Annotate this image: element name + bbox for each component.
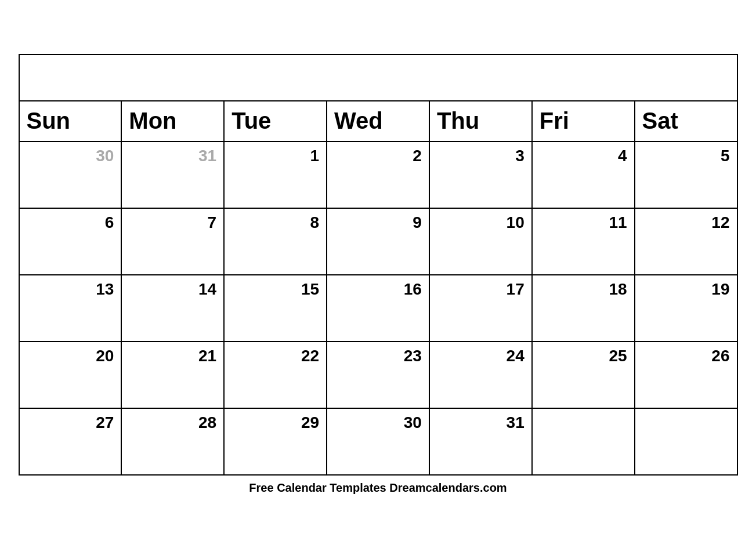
day-number: 11: [540, 213, 627, 232]
day-number: 23: [334, 347, 422, 365]
day-cell-w1-d6[interactable]: 4: [532, 141, 635, 208]
header-sat: Sat: [635, 101, 737, 141]
day-number: 14: [129, 280, 216, 299]
day-number: 30: [334, 413, 422, 432]
week-row-4: 20212223242526: [19, 342, 737, 408]
day-number: 15: [231, 280, 319, 299]
day-number: 13: [27, 280, 114, 299]
day-cell-w3-d3[interactable]: 15: [224, 275, 327, 342]
day-cell-w2-d1[interactable]: 6: [19, 208, 122, 275]
header-mon: Mon: [121, 101, 224, 141]
day-cell-w5-d2[interactable]: 28: [121, 408, 224, 475]
day-number: 31: [129, 147, 216, 165]
day-cell-w1-d3[interactable]: 1: [224, 141, 327, 208]
day-number: 7: [129, 213, 216, 232]
day-number: 18: [540, 280, 627, 299]
week-row-2: 6789101112: [19, 208, 737, 275]
day-cell-w4-d1[interactable]: 20: [19, 342, 122, 408]
day-cell-w4-d2[interactable]: 21: [121, 342, 224, 408]
calendar-wrapper: SunMonTueWedThuFriSat3031123456789101112…: [19, 54, 738, 495]
day-cell-w3-d7[interactable]: 19: [635, 275, 737, 342]
header-fri: Fri: [532, 101, 635, 141]
day-cell-w2-d4[interactable]: 9: [327, 208, 429, 275]
day-cell-w5-d6[interactable]: 0: [532, 408, 635, 475]
day-cell-w2-d5[interactable]: 10: [429, 208, 532, 275]
day-number: 8: [231, 213, 319, 232]
day-number: 6: [27, 213, 114, 232]
day-cell-w2-d7[interactable]: 12: [635, 208, 737, 275]
day-cell-w4-d5[interactable]: 24: [429, 342, 532, 408]
day-cell-w1-d5[interactable]: 3: [429, 141, 532, 208]
day-number: 12: [642, 213, 730, 232]
day-number: 16: [334, 280, 422, 299]
day-cell-w2-d2[interactable]: 7: [121, 208, 224, 275]
day-number: 29: [231, 413, 319, 432]
day-number: 3: [437, 147, 525, 165]
day-cell-w4-d6[interactable]: 25: [532, 342, 635, 408]
day-number: 2: [334, 147, 422, 165]
day-number: 22: [231, 347, 319, 365]
day-cell-w5-d3[interactable]: 29: [224, 408, 327, 475]
day-cell-w4-d7[interactable]: 26: [635, 342, 737, 408]
day-cell-w3-d5[interactable]: 17: [429, 275, 532, 342]
footer-text: Free Calendar Templates Dreamcalendars.c…: [19, 481, 738, 495]
day-cell-w4-d3[interactable]: 22: [224, 342, 327, 408]
header-thu: Thu: [429, 101, 532, 141]
calendar-table: SunMonTueWedThuFriSat3031123456789101112…: [19, 54, 738, 476]
day-number: 27: [27, 413, 114, 432]
day-cell-w1-d1[interactable]: 30: [19, 141, 122, 208]
day-cell-w3-d1[interactable]: 13: [19, 275, 122, 342]
day-number: 20: [27, 347, 114, 365]
day-number: 19: [642, 280, 730, 299]
day-cell-w2-d6[interactable]: 11: [532, 208, 635, 275]
day-number: 25: [540, 347, 627, 365]
day-cell-w3-d4[interactable]: 16: [327, 275, 429, 342]
day-number: 24: [437, 347, 525, 365]
day-number: 9: [334, 213, 422, 232]
day-cell-w5-d1[interactable]: 27: [19, 408, 122, 475]
day-cell-w3-d6[interactable]: 18: [532, 275, 635, 342]
day-number: 4: [540, 147, 627, 165]
day-cell-w5-d4[interactable]: 30: [327, 408, 429, 475]
day-number: 5: [642, 147, 730, 165]
week-row-5: 272829303100: [19, 408, 737, 475]
day-number: 17: [437, 280, 525, 299]
header-wed: Wed: [327, 101, 429, 141]
header-tue: Tue: [224, 101, 327, 141]
day-number: 30: [27, 147, 114, 165]
day-number: 21: [129, 347, 216, 365]
day-number: 26: [642, 347, 730, 365]
day-cell-w1-d2[interactable]: 31: [121, 141, 224, 208]
day-cell-w4-d4[interactable]: 23: [327, 342, 429, 408]
day-cell-w2-d3[interactable]: 8: [224, 208, 327, 275]
day-number: 28: [129, 413, 216, 432]
day-cell-w5-d5[interactable]: 31: [429, 408, 532, 475]
day-cell-w5-d7[interactable]: 0: [635, 408, 737, 475]
day-cell-w1-d4[interactable]: 2: [327, 141, 429, 208]
header-sun: Sun: [19, 101, 122, 141]
day-cell-w1-d7[interactable]: 5: [635, 141, 737, 208]
day-number: 1: [231, 147, 319, 165]
day-number: 10: [437, 213, 525, 232]
day-number: 31: [437, 413, 525, 432]
week-row-1: 303112345: [19, 141, 737, 208]
calendar-title: [19, 55, 737, 101]
week-row-3: 13141516171819: [19, 275, 737, 342]
day-cell-w3-d2[interactable]: 14: [121, 275, 224, 342]
